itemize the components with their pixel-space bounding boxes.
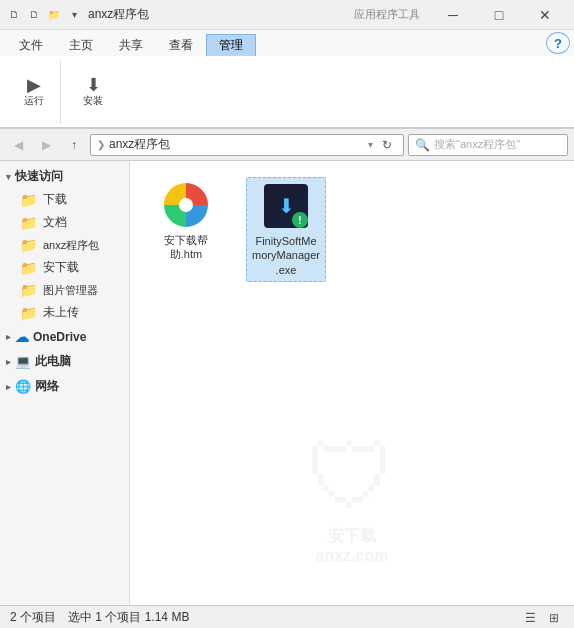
this-pc-section: ▸ 💻 此电脑 [0, 350, 129, 373]
chevron-right-icon2: ▸ [6, 357, 11, 367]
exe-file-icon: ⬇ ! [262, 182, 310, 230]
path-text: anxz程序包 [109, 136, 170, 153]
file-item-exe[interactable]: ⬇ ! FinitySoftMemoryManager.exe [246, 177, 326, 282]
folder-icon: 📁 [46, 7, 62, 23]
cloud-icon: ☁ [15, 329, 29, 345]
chevron-right-icon: ▸ [6, 332, 11, 342]
back-button[interactable]: ◀ [6, 133, 30, 157]
sidebar-item-pending-label: 未上传 [43, 304, 79, 321]
title-bar: 🗋 🗋 📁 ▾ anxz程序包 应用程序工具 ─ □ ✕ [0, 0, 574, 30]
item-count: 2 个项目 [10, 609, 56, 626]
folder-icon: 📁 [20, 305, 37, 321]
address-path[interactable]: ❯ anxz程序包 ▾ ↻ [90, 134, 404, 156]
computer-icon: 💻 [15, 354, 31, 369]
sidebar-item-documents[interactable]: 📁 文档 [0, 211, 129, 234]
folder-icon: 📁 [20, 192, 37, 208]
content-area: 安下载帮助.htm ⬇ ! FinitySoftMemoryManager.ex… [130, 161, 574, 605]
htm-file-label: 安下载帮助.htm [150, 233, 222, 262]
install-label: 安装 [83, 94, 103, 108]
sidebar-item-documents-label: 文档 [43, 214, 67, 231]
grid-view-button[interactable]: ⊞ [544, 609, 564, 627]
htm-file-icon [162, 181, 210, 229]
quick-access-section: ▾ 快速访问 📁 下载 📁 文档 📁 anxz程序包 📁 安下载 📁 图片 [0, 165, 129, 324]
network-icon: 🌐 [15, 379, 31, 394]
watermark: 🛡 安下载anxz.com [307, 432, 397, 565]
main-area: ▾ 快速访问 📁 下载 📁 文档 📁 anxz程序包 📁 安下载 📁 图片 [0, 161, 574, 605]
folder-icon: 📁 [20, 260, 37, 276]
onedrive-label: OneDrive [33, 330, 86, 344]
sidebar-item-image-mgr[interactable]: 📁 图片管理器 [0, 279, 129, 301]
sidebar-item-download-label: 下载 [43, 191, 67, 208]
forward-button[interactable]: ▶ [34, 133, 58, 157]
search-icon: 🔍 [415, 138, 430, 152]
folder-icon: 📁 [20, 237, 37, 253]
exe-arrow-icon: ⬇ [278, 194, 295, 218]
quick-access-label: 快速访问 [15, 168, 63, 185]
close-button[interactable]: ✕ [522, 0, 568, 30]
folder-icon: 📁 [20, 282, 37, 298]
title-bar-controls: ─ □ ✕ [430, 0, 568, 30]
app-tool-tab[interactable]: 应用程序工具 [354, 7, 430, 22]
sidebar-item-anxz-dl-label: 安下载 [43, 259, 79, 276]
blank-doc-icon: 🗋 [6, 7, 22, 23]
ribbon-toolbar: ▶ 运行 ⬇ 安装 [0, 56, 574, 128]
search-placeholder: 搜索"anxz程序包" [434, 137, 520, 152]
sidebar-item-anxz-dl[interactable]: 📁 安下载 [0, 256, 129, 279]
watermark-text: 安下载anxz.com [316, 526, 389, 565]
exe-file-label: FinitySoftMemoryManager.exe [251, 234, 321, 277]
watermark-shield-icon: 🛡 [307, 432, 397, 522]
sidebar-item-anxz-label: anxz程序包 [43, 238, 99, 253]
exe-badge: ! [292, 212, 308, 228]
blank-doc2-icon: 🗋 [26, 7, 42, 23]
path-dropdown-icon[interactable]: ▾ [368, 139, 373, 150]
run-label: 运行 [24, 94, 44, 108]
quick-access-header[interactable]: ▾ 快速访问 [0, 165, 129, 188]
tab-home[interactable]: 主页 [56, 34, 106, 56]
tab-manage[interactable]: 管理 [206, 34, 256, 56]
sidebar-item-image-mgr-label: 图片管理器 [43, 283, 98, 298]
list-view-button[interactable]: ☰ [520, 609, 540, 627]
path-chevron: ❯ [97, 139, 105, 150]
network-section: ▸ 🌐 网络 [0, 375, 129, 398]
onedrive-section: ▸ ☁ OneDrive [0, 326, 129, 348]
statusbar: 2 个项目 选中 1 个项目 1.14 MB ☰ ⊞ [0, 605, 574, 628]
title-bar-text: anxz程序包 [82, 6, 354, 23]
chevron-down-icon: ▾ [6, 172, 11, 182]
statusbar-info: 2 个项目 选中 1 个项目 1.14 MB [10, 609, 520, 626]
selected-info: 选中 1 个项目 1.14 MB [68, 609, 189, 626]
tab-share[interactable]: 共享 [106, 34, 156, 56]
ribbon-section-install: ⬇ 安装 [67, 60, 119, 124]
sidebar-item-download[interactable]: 📁 下载 [0, 188, 129, 211]
help-button[interactable]: ? [546, 32, 570, 54]
title-bar-icons: 🗋 🗋 📁 ▾ [6, 7, 82, 23]
onedrive-header[interactable]: ▸ ☁ OneDrive [0, 326, 129, 348]
sidebar-item-pending[interactable]: 📁 未上传 [0, 301, 129, 324]
ribbon: 文件 主页 共享 查看 管理 ? ▶ 运行 ⬇ 安装 [0, 30, 574, 129]
file-item-htm[interactable]: 安下载帮助.htm [146, 177, 226, 282]
ribbon-tabs: 文件 主页 共享 查看 管理 ? [0, 30, 574, 56]
sidebar: ▾ 快速访问 📁 下载 📁 文档 📁 anxz程序包 📁 安下载 📁 图片 [0, 161, 130, 605]
run-icon: ▶ [27, 76, 41, 94]
this-pc-label: 此电脑 [35, 353, 71, 370]
minimize-button[interactable]: ─ [430, 0, 476, 30]
refresh-button[interactable]: ↻ [377, 135, 397, 155]
network-header[interactable]: ▸ 🌐 网络 [0, 375, 129, 398]
search-box[interactable]: 🔍 搜索"anxz程序包" [408, 134, 568, 156]
addressbar: ◀ ▶ ↑ ❯ anxz程序包 ▾ ↻ 🔍 搜索"anxz程序包" [0, 129, 574, 161]
statusbar-views: ☰ ⊞ [520, 609, 564, 627]
dropdown-arrow-icon[interactable]: ▾ [66, 7, 82, 23]
ribbon-section-run: ▶ 运行 [8, 60, 61, 124]
this-pc-header[interactable]: ▸ 💻 此电脑 [0, 350, 129, 373]
run-button[interactable]: ▶ 运行 [14, 74, 54, 110]
up-button[interactable]: ↑ [62, 133, 86, 157]
file-list: 安下载帮助.htm ⬇ ! FinitySoftMemoryManager.ex… [130, 161, 574, 298]
folder-icon: 📁 [20, 215, 37, 231]
tab-view[interactable]: 查看 [156, 34, 206, 56]
sidebar-item-anxz[interactable]: 📁 anxz程序包 [0, 234, 129, 256]
install-icon: ⬇ [86, 76, 101, 94]
maximize-button[interactable]: □ [476, 0, 522, 30]
network-label: 网络 [35, 378, 59, 395]
install-button[interactable]: ⬇ 安装 [73, 74, 113, 110]
tab-file[interactable]: 文件 [6, 34, 56, 56]
chevron-right-icon3: ▸ [6, 382, 11, 392]
